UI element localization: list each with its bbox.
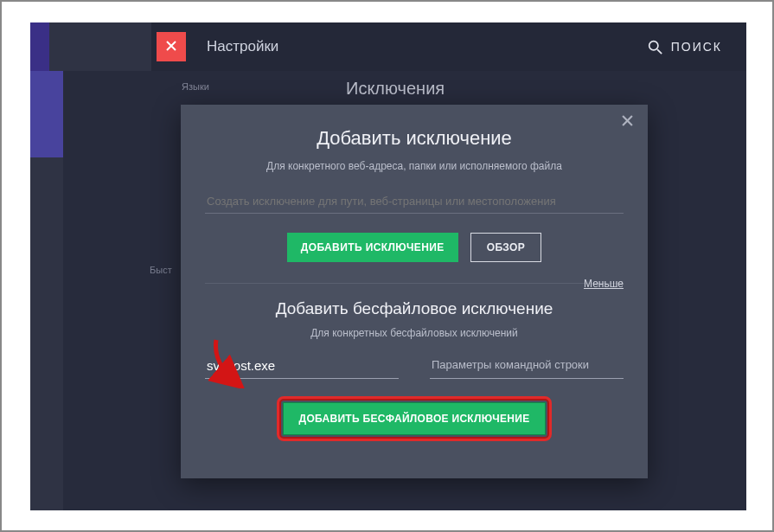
bg-section-label: Языки xyxy=(182,81,209,92)
topbar: Настройки ПОИСК xyxy=(30,22,746,71)
modal-title: Добавить исключение xyxy=(205,127,624,150)
search-button[interactable]: ПОИСК xyxy=(648,40,722,54)
less-link[interactable]: Меньше xyxy=(584,278,624,290)
fileless-subtitle: Для конкретных бесфайловых исключений xyxy=(205,327,624,339)
browse-button[interactable]: ОБЗОР xyxy=(470,233,542,262)
accent-stripe xyxy=(30,22,49,71)
exception-path-input[interactable] xyxy=(205,191,624,214)
page-title: Настройки xyxy=(207,38,278,55)
fileless-file-field xyxy=(205,356,399,379)
close-panel-button[interactable] xyxy=(157,32,186,61)
add-exception-button[interactable]: ДОБАВИТЬ ИСКЛЮЧЕНИЕ xyxy=(287,233,458,262)
bg-quick-label: Быст xyxy=(150,265,172,275)
fileless-file-input[interactable] xyxy=(205,356,399,379)
add-exception-modal: Добавить исключение Для конкретного веб-… xyxy=(181,105,648,478)
sidebar-header-stub xyxy=(30,22,151,71)
bg-content-heading: Исключения xyxy=(346,79,445,99)
cmdline-field: Параметры командной строки xyxy=(430,356,624,379)
close-icon xyxy=(166,39,176,54)
svg-point-0 xyxy=(649,41,657,49)
search-icon xyxy=(648,40,662,54)
search-label: ПОИСК xyxy=(671,40,722,54)
annotation-highlight: ДОБАВИТЬ БЕСФАЙЛОВОЕ ИСКЛЮЧЕНИЕ xyxy=(277,396,553,441)
app-window: Настройки ПОИСК Языки Исключения Быст До… xyxy=(30,22,746,510)
add-fileless-exception-button[interactable]: ДОБАВИТЬ БЕСФАЙЛОВОЕ ИСКЛЮЧЕНИЕ xyxy=(283,402,547,435)
close-icon xyxy=(622,114,633,130)
divider xyxy=(205,283,624,284)
fileless-title: Добавить бесфайловое исключение xyxy=(205,299,624,318)
modal-subtitle: Для конкретного веб-адреса, папки или ис… xyxy=(205,160,624,172)
cmdline-input[interactable] xyxy=(430,356,624,379)
modal-close-button[interactable] xyxy=(618,113,636,131)
svg-line-1 xyxy=(657,49,662,54)
